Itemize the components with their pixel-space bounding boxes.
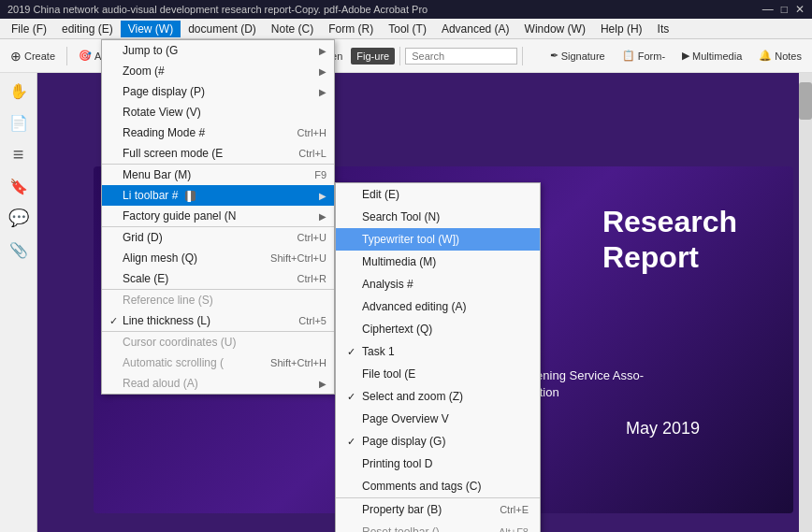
menu-item-reference-line-label: Reference line (S) xyxy=(102,289,334,310)
submenu-select-zoom[interactable]: ✓ Select and zoom (Z) xyxy=(336,385,540,408)
form-button[interactable]: 📋 Form- xyxy=(616,46,672,65)
menu-item-full-screen[interactable]: Full screen mode (E Ctrl+L xyxy=(102,143,334,164)
create-button[interactable]: ⊕ Create xyxy=(4,45,62,67)
pen-icon: ✒ xyxy=(550,50,558,62)
submenu-edit[interactable]: Edit (E) xyxy=(336,183,540,206)
window-controls[interactable]: — □ ✕ xyxy=(762,3,805,16)
notes-button[interactable]: 🔔 Notes xyxy=(752,46,808,65)
submenu-search-tool[interactable]: Search Tool (N) xyxy=(336,206,540,228)
menu-window[interactable]: Window (W) xyxy=(517,21,593,37)
menu-bar: File (F) editing (E) View (W) document (… xyxy=(0,19,812,39)
sidebar-attach[interactable]: 📎 xyxy=(4,236,34,264)
page-date: May 2019 xyxy=(626,419,700,439)
menu-item-li-toolbar[interactable]: Li toolbar # ▌ ▶ xyxy=(102,185,334,206)
menu-item-jump-to[interactable]: Jump to (G ▶ xyxy=(102,40,334,61)
menu-item-zoom[interactable]: Zoom (# ▶ xyxy=(102,61,334,81)
search-input[interactable] xyxy=(405,48,517,65)
sidebar-hand-tool[interactable]: ✋ xyxy=(4,77,34,105)
sidebar-bookmark[interactable]: 🔖 xyxy=(4,172,34,200)
multimedia-button[interactable]: ▶ Multimedia xyxy=(675,46,748,65)
create-icon: ⊕ xyxy=(10,49,22,64)
submenu-reset-toolbar[interactable]: Reset toolbar () Alt+F8 xyxy=(336,521,540,532)
form-icon: 📋 xyxy=(622,50,635,62)
sidebar: ✋ 📄 ≡ 🔖 💬 📎 xyxy=(0,73,37,532)
signature-button[interactable]: ✒ Signature xyxy=(544,46,612,65)
menu-item-page-display[interactable]: Page display (P) ▶ xyxy=(102,81,334,102)
submenu-analysis[interactable]: Analysis # xyxy=(336,273,540,295)
menu-item-cursor-coords-label: Cursor coordinates (U) xyxy=(102,331,334,352)
view-dropdown-menu: Jump to (G ▶ Zoom (# ▶ Page display (P) … xyxy=(101,39,335,395)
notes-icon: 🔔 xyxy=(759,50,772,62)
submenu-advanced-editing[interactable]: Advanced editing (A) xyxy=(336,295,540,318)
menu-item-factory-guide[interactable]: Factory guide panel (N ▶ xyxy=(102,206,334,226)
page-title: Research Report xyxy=(602,204,737,276)
menu-item-grid[interactable]: Grid (D) Ctrl+U xyxy=(102,226,334,248)
sidebar-comment[interactable]: 💬 xyxy=(4,204,34,232)
minimize-button[interactable]: — xyxy=(762,3,774,16)
submenu-typewriter-tool[interactable]: Typewriter tool (W]) xyxy=(336,228,540,251)
submenu-comments-tags[interactable]: Comments and tags (C) xyxy=(336,475,540,497)
submenu-multimedia[interactable]: Multimedia (M) xyxy=(336,251,540,273)
separator-1 xyxy=(66,47,67,65)
menu-document[interactable]: document (D) xyxy=(181,21,264,37)
aim-icon: 🎯 xyxy=(79,50,92,62)
close-button[interactable]: ✕ xyxy=(795,3,805,16)
vertical-scrollbar[interactable] xyxy=(799,73,812,532)
menu-item-read-aloud[interactable]: Read aloud (A) ▶ xyxy=(102,373,334,394)
li-toolbar-submenu: Edit (E) Search Tool (N) Typewriter tool… xyxy=(335,182,541,532)
menu-item-align-mesh[interactable]: Align mesh (Q) Shift+Ctrl+U xyxy=(102,248,334,268)
sidebar-layers[interactable]: ≡ xyxy=(4,140,34,168)
menu-help[interactable]: Help (H) xyxy=(593,21,650,37)
menu-item-scale[interactable]: Scale (E) Ctrl+R xyxy=(102,268,334,289)
menu-editing[interactable]: editing (E) xyxy=(54,21,121,37)
title-bar: 2019 China network audio-visual developm… xyxy=(0,0,812,19)
menu-item-rotate-view[interactable]: Rotate View (V) xyxy=(102,102,334,122)
submenu-ciphertext[interactable]: Ciphertext (Q) xyxy=(336,318,540,340)
submenu-property-bar[interactable]: Property bar (B) Ctrl+E xyxy=(336,497,540,521)
menu-view[interactable]: View (W) xyxy=(121,21,181,37)
submenu-file-tool[interactable]: File tool (E xyxy=(336,363,540,385)
sidebar-page[interactable]: 📄 xyxy=(4,108,34,137)
menu-tool[interactable]: Tool (T) xyxy=(381,21,434,37)
figure-button[interactable]: Fig-ure xyxy=(351,48,395,65)
association-text: istening Service Asso-ciation xyxy=(524,367,644,401)
scrollbar-thumb[interactable] xyxy=(799,82,812,120)
submenu-task-1[interactable]: ✓ Task 1 xyxy=(336,340,540,363)
submenu-printing-tool[interactable]: Printing tool D xyxy=(336,453,540,475)
menu-file[interactable]: File (F) xyxy=(4,21,54,37)
menu-item-line-thickness[interactable]: ✓ Line thickness (L) Ctrl+5 xyxy=(102,310,334,331)
multimedia-icon: ▶ xyxy=(682,50,689,62)
separator-5 xyxy=(522,47,523,65)
menu-note[interactable]: Note (C) xyxy=(264,21,321,37)
menu-item-reading-mode[interactable]: Reading Mode # Ctrl+H xyxy=(102,122,334,143)
submenu-page-overview[interactable]: Page Overview V xyxy=(336,408,540,430)
menu-its[interactable]: Its xyxy=(650,21,677,37)
menu-item-auto-scroll[interactable]: Automatic scrolling ( Shift+Ctrl+H xyxy=(102,352,334,373)
menu-advanced[interactable]: Advanced (A) xyxy=(434,21,517,37)
submenu-page-display-g[interactable]: ✓ Page display (G) xyxy=(336,430,540,453)
menu-form[interactable]: Form (R) xyxy=(321,21,381,37)
window-title: 2019 China network audio-visual developm… xyxy=(7,4,428,15)
separator-4 xyxy=(399,47,400,65)
maximize-button[interactable]: □ xyxy=(781,3,788,16)
menu-item-menu-bar[interactable]: Menu Bar (M) F9 xyxy=(102,164,334,185)
